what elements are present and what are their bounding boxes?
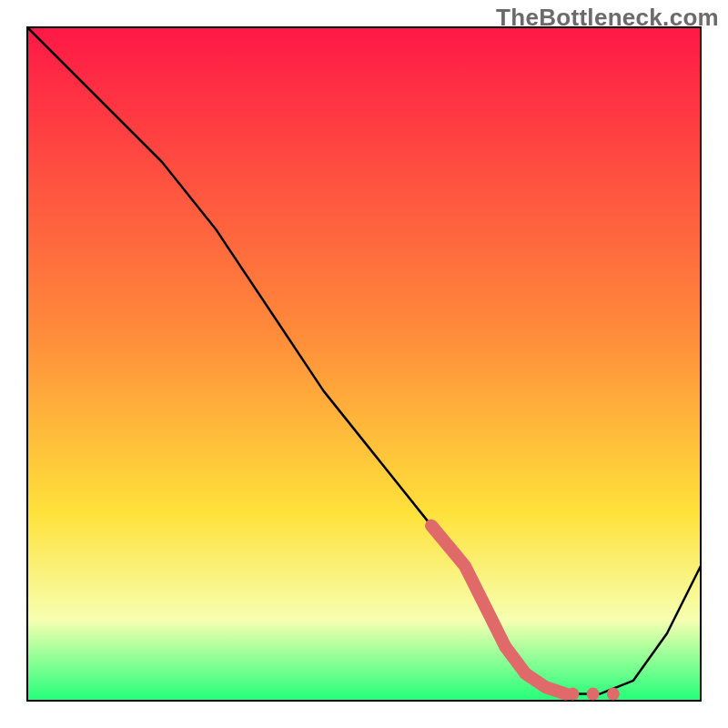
- highlight-dot: [566, 688, 579, 701]
- chart-frame: { "watermark": "TheBottleneck.com", "cha…: [0, 0, 728, 728]
- watermark-text: TheBottleneck.com: [496, 4, 719, 32]
- bottleneck-chart: [0, 0, 728, 728]
- highlight-dot: [587, 688, 600, 701]
- highlight-dot: [607, 688, 620, 701]
- highlight-dots: [566, 688, 619, 701]
